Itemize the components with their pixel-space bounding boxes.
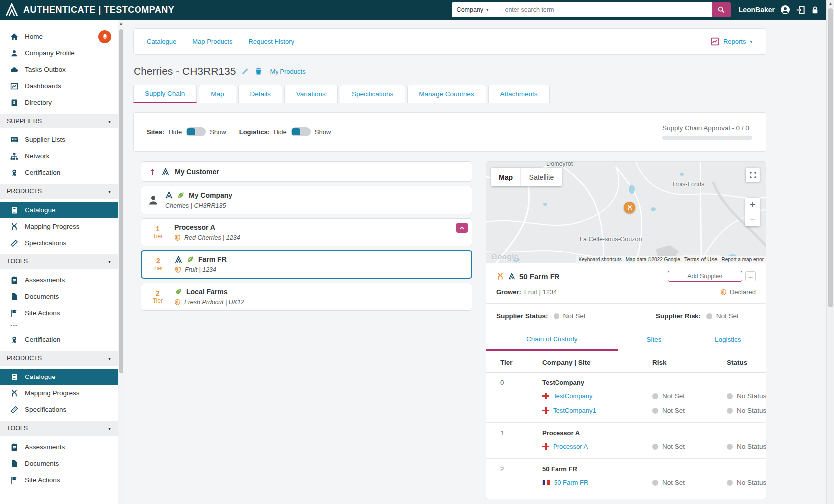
sidebar-section-suppliers[interactable]: SUPPLIERS ▾ [0,114,118,128]
tab-supply-chain[interactable]: Supply Chain [133,85,197,103]
chevron-down-icon: ▾ [108,259,111,264]
sidebar-item-certification[interactable]: Certification [0,164,118,181]
status-dot [554,313,559,319]
tree-node-my-company[interactable]: My Company Cherries | CH3RR135 [141,186,472,214]
authenticate-mark-icon [508,273,515,280]
sidebar-item-network[interactable]: Network [0,148,118,164]
sidebar-item-label: Site Actions [25,476,60,484]
sidebar-section-tools[interactable]: TOOLS ▾ [0,254,118,269]
node-subtitle: Red Cherries | 1234 [184,234,240,241]
address-book-icon [10,99,18,107]
top-bar: AUTHENTICATE | TESTCOMPANY Company ▾ Leo… [0,0,826,20]
google-logo[interactable]: Google [491,252,519,261]
toolbar-link-map-products[interactable]: Map Products [192,38,232,45]
sidebar-item-documents[interactable]: Documents [0,288,118,305]
keyboard-shortcuts-button[interactable]: Keyboard shortcuts [576,256,623,263]
my-products-link[interactable]: My Products [270,68,305,75]
tab-details[interactable]: Details [238,85,282,103]
map-type-satellite-button[interactable]: Satellite [520,168,562,186]
sidebar-item-tasks-outbox[interactable]: Tasks Outbox [0,61,118,78]
supply-chain-approval: Supply Chain Approval - 0 / 0 [662,125,752,140]
sidebar-item-company-profile[interactable]: Company Profile [0,45,118,61]
sidebar-item-dashboards[interactable]: Dashboards [0,78,118,94]
edit-pencil-icon[interactable] [241,67,249,75]
report-map-error-link[interactable]: Report a map error [720,256,766,263]
sidebar-item-certification-2[interactable]: Certification [0,331,118,348]
map-type-map-button[interactable]: Map [491,168,520,186]
more-options-button[interactable]: ... [745,271,756,281]
sidebar-item-supplier-lists[interactable]: Supplier Lists [0,131,118,148]
logistics-toggle[interactable] [291,127,311,136]
sidebar-item-mapping-progress[interactable]: Mapping Progress [0,218,118,235]
sidebar-item-label: Home [25,33,43,40]
zoom-in-button[interactable]: + [745,198,760,212]
dna-icon [10,389,18,397]
collapse-node-button[interactable] [456,223,468,233]
brand[interactable]: AUTHENTICATE | TESTCOMPANY [0,3,174,17]
delete-trash-icon[interactable] [255,67,262,75]
tab-manage-countries[interactable]: Manage Countries [407,85,486,103]
tab-chain-of-custody[interactable]: Chain of Custody [486,328,618,351]
site-link[interactable]: 50 Farm FR [554,479,588,486]
tab-specifications[interactable]: Specifications [340,85,405,103]
sign-out-icon[interactable] [796,5,805,15]
search-button[interactable] [712,2,731,17]
sidebar-item-site-actions-2[interactable]: Site Actions [0,472,118,488]
reports-dropdown[interactable]: Reports ▾ [711,37,752,46]
sidebar-item-catalogue-2[interactable]: Catalogue [0,369,118,385]
tab-sites[interactable]: Sites [618,328,691,351]
tree-node-processor-a[interactable]: 1 Tier Processor A Red Cherries | 1234 [141,218,472,246]
sidebar-scrollbar[interactable]: ▲ [118,20,124,504]
sidebar-item-label: Mapping Progress [25,389,80,397]
site-link[interactable]: TestCompany1 [553,407,596,414]
toolbar-link-request-history[interactable]: Request History [248,38,294,45]
status-value: No Status [737,407,766,414]
map-marker-farm[interactable] [624,202,635,213]
tree-node-farm-fr[interactable]: 2 Tier Farm FR Fruit | 1234 [141,250,472,279]
terms-of-use-link[interactable]: Terms of Use [682,255,720,263]
tree-node-local-farms[interactable]: 2 Tier Local Farms Fresh Prdocut | UK12 [141,283,472,311]
zoom-out-button[interactable]: − [745,212,760,226]
lock-icon[interactable] [811,6,819,14]
notification-badge[interactable] [98,30,111,43]
toolbar-link-catalogue[interactable]: Catalogue [147,38,176,45]
sidebar-item-site-actions[interactable]: Site Actions [0,305,118,321]
sidebar-item-assessments[interactable]: Assessments [0,272,118,288]
map-place-label: La Celle-sous-Gouzon [580,236,642,243]
user-circle-icon[interactable] [780,5,790,15]
sidebar-item-specifications-2[interactable]: Specifications [0,401,118,418]
sidebar-item-catalogue[interactable]: Catalogue [0,202,118,218]
scroll-up-icon[interactable]: ▲ [827,0,834,8]
sidebar-section-products[interactable]: PRODUCTS ▾ [0,184,118,199]
sidebar-item-specifications[interactable]: Specifications [0,235,118,251]
tab-variations[interactable]: Variations [284,85,338,103]
search-scope-select[interactable]: Company ▾ [452,2,494,17]
add-supplier-button[interactable]: Add Supplier [668,271,742,282]
sidebar-item-documents-2[interactable]: Documents [0,455,118,472]
tab-attachments[interactable]: Attachments [488,85,550,103]
scroll-up-icon[interactable]: ▲ [118,20,124,28]
sidebar-scrollbar-thumb[interactable] [119,29,123,373]
sidebar-item-directory[interactable]: Directory [0,94,118,111]
map-canvas[interactable]: Domeyrot Trois-Fonds La Celle-sous-Gouzo… [486,162,766,263]
sidebar-section-tools-2[interactable]: TOOLS ▾ [0,421,118,436]
fullscreen-button[interactable] [746,168,760,182]
sites-toggle[interactable] [186,127,206,136]
grower-value: Fruit | 1234 [524,288,557,296]
site-link[interactable]: TestCompany [553,392,592,400]
site-link[interactable]: Processor A [553,443,588,450]
risk-value: Not Set [662,479,685,486]
tier-block: 2 Tier [148,257,169,272]
window-scrollbar[interactable]: ▲ [826,0,834,504]
sidebar-item-mapping-progress-2[interactable]: Mapping Progress [0,385,118,401]
sidebar-item-assessments-2[interactable]: Assessments [0,439,118,455]
clipboard-icon [10,443,18,451]
supplier-name: 50 Farm FR [519,272,560,281]
sidebar-section-products-2[interactable]: PRODUCTS ▾ [0,351,118,366]
tab-map[interactable]: Map [199,85,236,103]
search-input[interactable] [494,2,712,17]
tab-logistics[interactable]: Logistics [691,328,766,351]
window-scrollbar-thumb[interactable] [828,8,833,307]
sidebar-item-home[interactable]: Home [0,28,118,45]
tree-node-my-customer[interactable]: My Customer [141,161,472,182]
